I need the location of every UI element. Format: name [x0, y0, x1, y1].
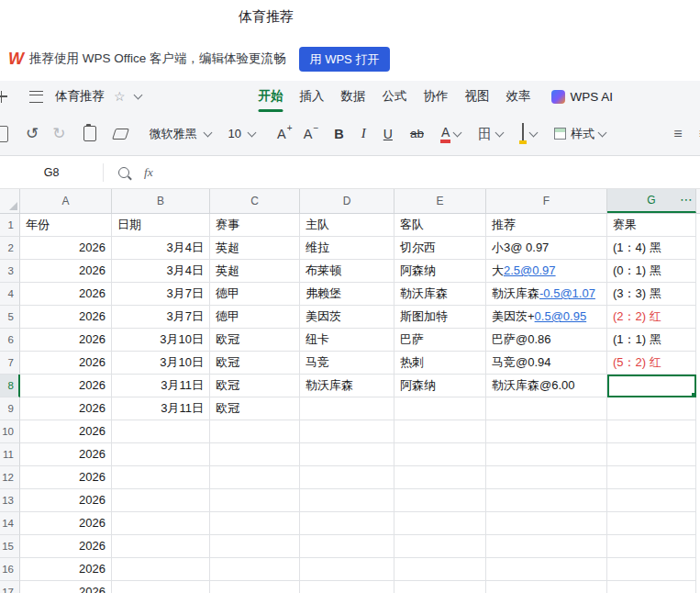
cell-A16[interactable]: 2026 — [20, 558, 112, 581]
cell-C13[interactable] — [210, 489, 300, 512]
wps-ai-button[interactable]: WPS AI — [551, 90, 614, 104]
cell-D1[interactable]: 主队 — [300, 214, 394, 237]
cell-G8[interactable] — [607, 375, 696, 397]
cell-B14[interactable] — [112, 512, 210, 535]
cell-G13[interactable] — [607, 489, 696, 512]
cell-G16[interactable] — [607, 558, 696, 581]
paste-button[interactable] — [83, 126, 96, 141]
tab-协作[interactable]: 协作 — [424, 81, 449, 112]
hamburger-menu-icon[interactable] — [29, 91, 43, 103]
italic-button[interactable]: I — [361, 126, 366, 141]
font-color-button[interactable]: A — [441, 125, 461, 143]
cell-C1[interactable]: 赛事 — [210, 214, 300, 237]
cell-E2[interactable]: 切尔西 — [394, 237, 486, 260]
column-header-D[interactable]: D — [300, 189, 394, 213]
cell-D13[interactable] — [300, 489, 394, 512]
cell-B16[interactable] — [112, 558, 210, 581]
cell-D9[interactable] — [300, 397, 394, 420]
cell-E12[interactable] — [394, 466, 486, 489]
cell-B6[interactable]: 3月10日 — [112, 329, 210, 352]
bet-link[interactable]: -0.5@1.07 — [539, 286, 595, 300]
cell-G12[interactable] — [607, 466, 696, 489]
cell-B7[interactable]: 3月10日 — [112, 352, 210, 375]
cell-G14[interactable] — [607, 512, 696, 535]
cell-G5[interactable]: (2：2) 红 — [607, 306, 696, 329]
cell-B12[interactable] — [112, 466, 210, 489]
cell-styles-button[interactable]: 样式 — [554, 126, 606, 142]
row-header-15[interactable]: 15 — [0, 535, 20, 558]
cell-F13[interactable] — [486, 489, 607, 512]
cell-name-box[interactable]: G8 — [0, 166, 103, 179]
row-header-1[interactable]: 1 — [0, 214, 20, 237]
clipped-toolbar-icon[interactable] — [0, 126, 8, 142]
fx-icon[interactable]: fx — [144, 165, 153, 180]
tab-开始[interactable]: 开始 — [259, 81, 283, 112]
row-header-13[interactable]: 13 — [0, 489, 20, 512]
cell-A3[interactable]: 2026 — [20, 260, 112, 283]
decrease-font-button[interactable]: A — [304, 127, 313, 141]
cell-C11[interactable] — [210, 443, 300, 466]
cell-A8[interactable]: 2026 — [20, 375, 112, 397]
cell-F15[interactable] — [486, 535, 607, 558]
cell-C2[interactable]: 英超 — [210, 237, 300, 260]
cell-C9[interactable]: 欧冠 — [210, 397, 300, 420]
cell-G15[interactable] — [607, 535, 696, 558]
cell-G6[interactable]: (1：1) 黑 — [607, 329, 696, 352]
cell-A4[interactable]: 2026 — [20, 283, 112, 306]
undo-button[interactable]: ↺ — [26, 126, 39, 141]
cell-E16[interactable] — [394, 558, 486, 581]
cell-B3[interactable]: 3月4日 — [112, 260, 210, 283]
cell-C5[interactable]: 德甲 — [210, 306, 300, 329]
cell-A10[interactable]: 2026 — [20, 420, 112, 443]
row-header-8[interactable]: 8 — [0, 375, 20, 397]
cell-D6[interactable]: 纽卡 — [300, 329, 394, 352]
cell-A7[interactable]: 2026 — [20, 352, 112, 375]
cell-F17[interactable] — [486, 581, 607, 593]
cell-A5[interactable]: 2026 — [20, 306, 112, 329]
cell-D7[interactable]: 马竞 — [300, 352, 394, 375]
cell-E15[interactable] — [394, 535, 486, 558]
cell-A13[interactable]: 2026 — [20, 489, 112, 512]
cell-F7[interactable]: 马竞@0.94 — [486, 352, 607, 375]
cell-G9[interactable] — [607, 397, 696, 420]
cell-G1[interactable]: 赛果 — [607, 214, 696, 237]
cell-D3[interactable]: 布莱顿 — [300, 260, 394, 283]
cell-C7[interactable]: 欧冠 — [210, 352, 300, 375]
tab-效率[interactable]: 效率 — [506, 81, 531, 112]
cell-D11[interactable] — [300, 443, 394, 466]
cell-F3[interactable]: 大2.5@0.97 — [486, 260, 607, 283]
row-header-12[interactable]: 12 — [0, 466, 20, 489]
cell-C6[interactable]: 欧冠 — [210, 329, 300, 352]
more-columns-icon[interactable]: ⋯ — [680, 192, 694, 207]
underline-button[interactable]: U — [383, 127, 393, 141]
cell-B15[interactable] — [112, 535, 210, 558]
cell-B11[interactable] — [112, 443, 210, 466]
cell-E11[interactable] — [394, 443, 486, 466]
font-family-select[interactable]: 微软雅黑 — [150, 126, 211, 142]
cell-F6[interactable]: 巴萨@0.86 — [486, 329, 607, 352]
cell-D17[interactable] — [300, 581, 394, 593]
cell-E13[interactable] — [394, 489, 486, 512]
cell-E10[interactable] — [394, 420, 486, 443]
cell-G11[interactable] — [607, 443, 696, 466]
cell-G4[interactable]: (3：3) 黑 — [607, 283, 696, 306]
cell-F14[interactable] — [486, 512, 607, 535]
cell-E17[interactable] — [394, 581, 486, 593]
open-in-wps-button[interactable]: 用 WPS 打开 — [299, 47, 391, 72]
cell-B17[interactable] — [112, 581, 210, 593]
cell-F8[interactable]: 勒沃库森@6.00 — [486, 375, 607, 397]
cell-G10[interactable] — [607, 420, 696, 443]
bet-link[interactable]: 0.5@0.95 — [535, 309, 587, 323]
cell-B10[interactable] — [112, 420, 210, 443]
row-header-17[interactable]: 17 — [0, 581, 20, 593]
cell-A14[interactable]: 2026 — [20, 512, 112, 535]
borders-button[interactable]: 田 — [478, 127, 503, 140]
cell-G2[interactable]: (1：4) 黑 — [607, 237, 696, 260]
cell-E6[interactable]: 巴萨 — [394, 329, 486, 352]
font-size-select[interactable]: 10 — [228, 127, 255, 140]
row-header-10[interactable]: 10 — [0, 420, 20, 443]
cell-F11[interactable] — [486, 443, 607, 466]
cell-D4[interactable]: 弗赖堡 — [300, 283, 394, 306]
align-button[interactable]: ≡ — [673, 127, 682, 141]
cell-A17[interactable]: 2026 — [20, 581, 112, 593]
